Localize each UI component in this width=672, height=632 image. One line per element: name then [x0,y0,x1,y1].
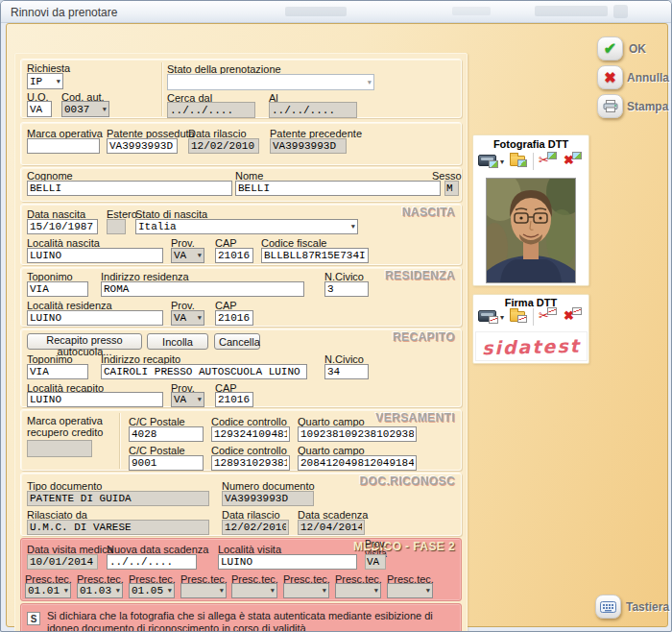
titlebar-ghost-artifact [285,7,347,16]
tastiera-button[interactable] [595,595,621,619]
chevron-down-icon[interactable]: ▾ [500,158,504,166]
group-documento: DOC.RICONOSC Tipo documento Numero docum… [20,473,462,536]
patente-posseduta-input[interactable] [107,138,178,154]
cc-postale-input-2[interactable] [129,455,204,471]
annulla-button[interactable]: ✖ [597,65,623,89]
codice-controllo-input-1[interactable] [211,426,290,442]
client-area: Richiesta IP ▼ U.O. Cod. aut. 0037 ▼ Sta… [6,23,668,627]
signature-chip-icon [517,315,527,323]
presc-tec-combo-1[interactable]: 01.01▼ [25,583,71,598]
marca-recupero-box [27,440,92,457]
group-nascita: NASCITA Data nascita Estero Stato di nas… [20,204,462,265]
chevron-down-icon: ▼ [196,314,202,322]
presc-tec-combo-5[interactable]: ▼ [231,583,277,598]
combo-value: VA [174,312,186,324]
group-dichiarazione: S Si dichiara che la fotografia che si a… [20,603,462,632]
delete-photo-icon[interactable]: ✖ [564,154,574,166]
uo-input[interactable] [27,101,52,117]
acquire-photo-icon[interactable] [478,155,496,166]
marca-operativa-input[interactable] [27,138,100,154]
data-visita-input [27,554,98,570]
presc-tec-combo-2[interactable]: 01.03▼ [77,583,123,598]
ncivico-recapito-input[interactable] [324,364,369,379]
cut-signature-icon[interactable]: ✂ [539,309,549,322]
patente-precedente-input [270,138,347,154]
quarto-campo-input-2[interactable] [298,455,417,471]
codice-fiscale-input[interactable] [261,248,369,263]
collapse-chevron-icon [613,5,628,18]
localita-nascita-input[interactable] [27,248,163,263]
signature-chip-icon [489,316,498,324]
nuova-scadenza-input[interactable] [107,554,197,570]
ncivico-residenza-input[interactable] [324,281,369,297]
group-versamenti: VERSAMENTI Marca operativa recupero cred… [20,409,462,471]
presc-tec-combo-3[interactable]: 01.05▼ [129,583,175,598]
section-label-doc-riconosc: DOC.RICONOSC [360,474,455,488]
toponimo-residenza-input[interactable] [27,281,88,297]
indirizzo-residenza-input[interactable] [101,281,304,297]
localita-recapito-input[interactable] [27,392,163,407]
stampa-button-label: Stampa [627,100,668,113]
chevron-down-icon: ▼ [366,79,372,86]
photo-portrait [486,178,576,283]
toolbar-separator [533,153,534,170]
ok-button[interactable]: ✔ [597,36,623,61]
chevron-down-icon: ▼ [321,587,326,595]
fotografia-title: Fotografia DTT [473,138,588,150]
presc-tec-combo-8[interactable]: ▼ [387,583,433,598]
chevron-down-icon: ▼ [196,396,202,403]
prov-nascita-combo[interactable]: VA ▼ [171,248,204,263]
richiesta-combo[interactable]: IP ▼ [27,73,63,89]
rilasciato-da-input [27,520,209,535]
open-photo-folder-icon[interactable] [510,156,525,166]
quarto-campo-input-1[interactable] [298,426,417,442]
cognome-input[interactable] [27,181,232,196]
presc-tec-combo-4[interactable]: ▼ [180,583,227,598]
keyboard-icon [600,601,616,613]
localita-residenza-input[interactable] [27,310,163,326]
indirizzo-recapito-input[interactable] [101,364,307,379]
section-label-nascita: NASCITA [402,206,455,219]
chevron-down-icon: ▼ [218,587,224,595]
stato-nascita-combo[interactable]: Italia ▼ [135,219,358,234]
combo-value: 01.01 [28,585,60,596]
cut-photo-icon[interactable]: ✂ [539,154,549,166]
incolla-button[interactable]: Incolla [147,333,208,350]
group-divider [161,62,162,116]
stampa-button[interactable] [597,94,623,118]
combo-value: VA [174,394,186,405]
cap-nascita-input[interactable] [215,248,253,263]
chevron-down-icon[interactable]: ▾ [500,313,504,322]
codice-controllo-input-2[interactable] [211,455,290,471]
chevron-down-icon: ▼ [196,252,202,259]
toponimo-recapito-input[interactable] [27,364,88,379]
image-chip-icon [517,159,527,167]
prov-recapito-combo[interactable]: VA ▼ [171,392,204,407]
combo-value: 01.05 [132,585,163,596]
delete-signature-icon[interactable]: ✖ [564,309,574,322]
cap-recapito-input[interactable] [215,392,253,407]
recapito-autoscuola-button[interactable]: Recapito presso autocuola... [27,333,142,350]
prov-residenza-combo[interactable]: VA ▼ [171,310,204,326]
annulla-button-label: Annulla [627,71,669,85]
group-anagrafica: Cognome Nome Sesso [20,167,462,202]
open-signature-folder-icon[interactable] [510,311,525,322]
combo-value: 0037 [64,104,89,115]
presc-tec-combo-7[interactable]: ▼ [335,583,381,598]
acquire-signature-icon[interactable] [478,310,496,322]
signature-chip-icon [572,307,582,315]
chevron-down-icon: ▼ [269,587,275,595]
chevron-down-icon: ▼ [114,587,120,595]
cap-residenza-input[interactable] [215,310,253,326]
prov-visita-input [365,554,386,570]
dichiarazione-checkbox[interactable]: S [27,612,40,625]
presc-tec-combo-6[interactable]: ▼ [283,583,329,598]
cc-postale-input-1[interactable] [129,426,204,442]
localita-visita-input[interactable] [218,554,357,570]
stato-prenotazione-combo[interactable]: ▼ [167,74,374,90]
cancella-button[interactable]: Cancella [214,333,260,350]
estero-box [107,219,126,234]
nome-input[interactable] [235,181,441,196]
data-nascita-input[interactable] [27,219,98,234]
cod-aut-combo[interactable]: 0037 ▼ [61,101,109,117]
